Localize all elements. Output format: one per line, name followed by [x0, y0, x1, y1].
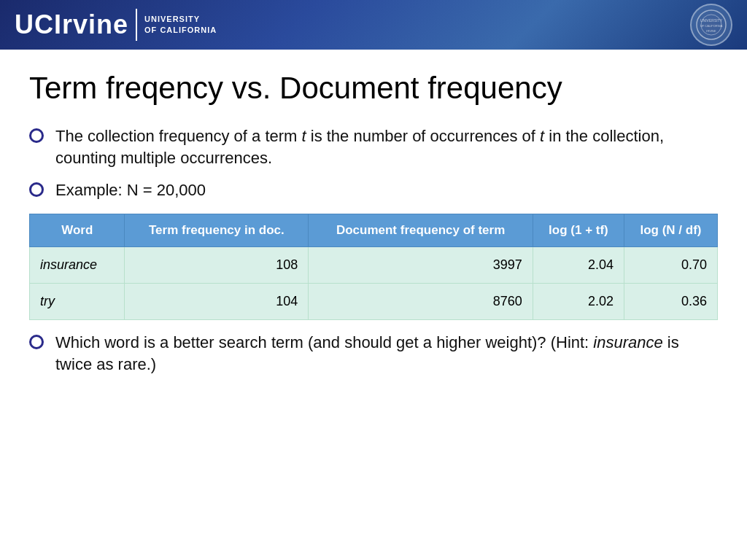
bullet-text-1: The collection frequency of a term t is …: [55, 125, 718, 168]
col-header-doc-freq: Document frequency of term: [309, 214, 533, 247]
col-header-log-tf: log (1 + tf): [533, 214, 624, 247]
cell-word-1: insurance: [30, 247, 125, 284]
svg-text:IRVINE: IRVINE: [706, 29, 716, 33]
bullet-icon-1: [29, 128, 44, 143]
university-seal: UNIVERSITY OF CALIFORNIA IRVINE: [690, 4, 732, 46]
uci-logo-text: UCIrvine: [15, 9, 128, 40]
svg-text:UNIVERSITY: UNIVERSITY: [700, 18, 723, 23]
table-row: try 104 8760 2.02 0.36: [30, 284, 718, 320]
main-content: Term freqency vs. Document frequency The…: [0, 50, 747, 403]
cell-df-1: 3997: [309, 247, 533, 284]
cell-df-2: 8760: [309, 284, 533, 320]
cell-logtf-2: 2.02: [533, 284, 624, 320]
table-body: insurance 108 3997 2.04 0.70 try 104 876…: [30, 247, 718, 320]
cell-tf-2: 104: [125, 284, 309, 320]
university-name: UNIVERSITY OF CALIFORNIA: [144, 14, 217, 36]
seal-svg: UNIVERSITY OF CALIFORNIA IRVINE: [695, 9, 727, 41]
table-header: Word Term frequency in doc. Document fre…: [30, 214, 718, 247]
slide-title: Term freqency vs. Document frequency: [29, 71, 718, 105]
cell-tf-1: 108: [125, 247, 309, 284]
svg-text:OF CALIFORNIA: OF CALIFORNIA: [700, 24, 723, 28]
bullet-text-2: Example: N = 20,000: [55, 179, 206, 201]
bottom-bullet-text: Which word is a better search term (and …: [55, 332, 718, 375]
bottom-bullet-item: Which word is a better search term (and …: [29, 332, 718, 375]
cell-logndf-1: 0.70: [624, 247, 718, 284]
bullet-item-1: The collection frequency of a term t is …: [29, 125, 718, 168]
cell-logtf-1: 2.04: [533, 247, 624, 284]
logo-area: UCIrvine UNIVERSITY OF CALIFORNIA: [15, 9, 217, 41]
table-row: insurance 108 3997 2.04 0.70: [30, 247, 718, 284]
logo-divider: [136, 9, 137, 41]
col-header-term-freq: Term frequency in doc.: [125, 214, 309, 247]
bottom-bullet-icon: [29, 335, 44, 349]
bullet-list: The collection frequency of a term t is …: [29, 125, 718, 201]
data-table-wrapper: Word Term frequency in doc. Document fre…: [29, 214, 718, 320]
col-header-log-ndf: log (N / df): [624, 214, 718, 247]
bullet-item-2: Example: N = 20,000: [29, 179, 718, 201]
bottom-bullet-list: Which word is a better search term (and …: [29, 332, 718, 375]
bullet-icon-2: [29, 182, 44, 197]
bottom-section: Which word is a better search term (and …: [29, 332, 718, 375]
cell-word-2: try: [30, 284, 125, 320]
col-header-word: Word: [30, 214, 125, 247]
page-header: UCIrvine UNIVERSITY OF CALIFORNIA UNIVER…: [0, 0, 747, 50]
cell-logndf-2: 0.36: [624, 284, 718, 320]
table-header-row: Word Term frequency in doc. Document fre…: [30, 214, 718, 247]
frequency-table: Word Term frequency in doc. Document fre…: [29, 214, 718, 320]
